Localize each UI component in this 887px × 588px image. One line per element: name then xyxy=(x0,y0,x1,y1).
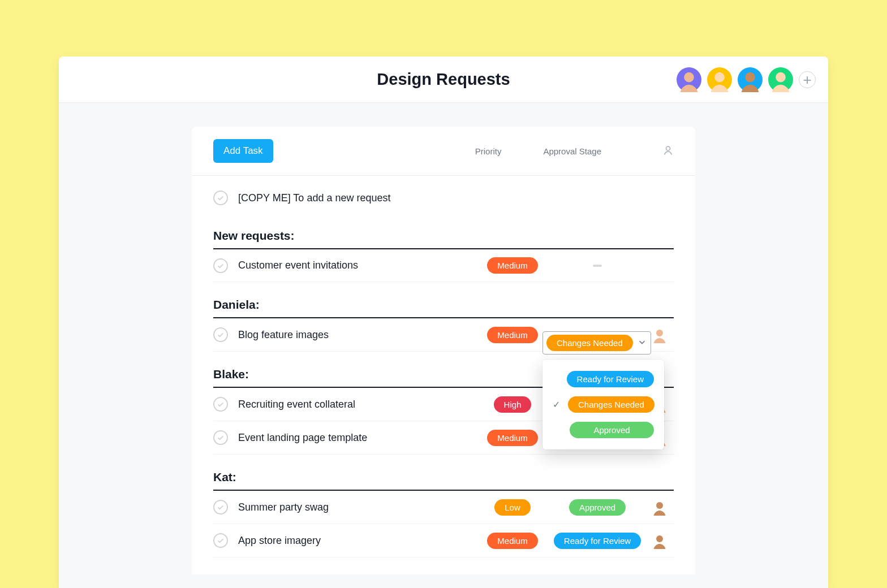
assignee-avatar[interactable] xyxy=(651,499,668,516)
add-task-button[interactable]: Add Task xyxy=(213,139,273,163)
task-name: [COPY ME] To add a new request xyxy=(238,192,674,204)
complete-toggle[interactable] xyxy=(213,430,228,445)
stage-pill: Changes Needed xyxy=(546,335,633,351)
stage-cell[interactable]: Approved xyxy=(549,499,645,516)
dropdown-option[interactable]: Approved xyxy=(542,417,664,443)
dropdown-option[interactable]: ✓ Changes Needed xyxy=(542,392,664,417)
complete-toggle[interactable] xyxy=(213,500,228,514)
dropdown-option[interactable]: Ready for Review xyxy=(542,366,664,392)
member-avatar[interactable] xyxy=(738,67,763,92)
assignee-avatar[interactable] xyxy=(651,326,668,343)
add-member-button[interactable]: + xyxy=(799,71,816,88)
svg-point-1 xyxy=(684,72,694,82)
page-title: Design Requests xyxy=(377,70,510,89)
member-avatar[interactable] xyxy=(707,67,732,92)
chevron-down-icon xyxy=(638,338,646,348)
task-name: Event landing page template xyxy=(238,432,476,444)
priority-pill[interactable]: High xyxy=(494,396,532,413)
member-strip: + xyxy=(677,67,816,92)
complete-toggle[interactable] xyxy=(213,327,228,342)
task-row[interactable]: Summer party swag Low Approved xyxy=(213,491,674,524)
complete-toggle[interactable] xyxy=(213,258,228,273)
priority-pill[interactable]: Low xyxy=(494,499,531,516)
task-name: Customer event invitations xyxy=(238,260,476,271)
section-title: Kat: xyxy=(192,455,695,490)
priority-pill[interactable]: Medium xyxy=(487,327,537,343)
assignee-icon xyxy=(662,145,674,157)
stage-dropdown-trigger[interactable]: Changes Needed xyxy=(542,331,651,354)
empty-stage-icon xyxy=(593,265,602,267)
col-stage: Approval Stage xyxy=(543,146,601,156)
panel-header: Add Task Priority Approval Stage xyxy=(192,127,695,176)
priority-pill[interactable]: Medium xyxy=(487,257,537,274)
member-avatar[interactable] xyxy=(768,67,793,92)
task-name: App store imagery xyxy=(238,535,476,547)
section-title: New requests: xyxy=(192,213,695,248)
panel-content: [COPY ME] To add a new request New reque… xyxy=(192,176,695,574)
task-name: Summer party swag xyxy=(238,501,476,513)
stage-pill[interactable]: Ready for Review xyxy=(554,533,641,549)
svg-point-8 xyxy=(666,146,670,150)
complete-toggle[interactable] xyxy=(213,191,228,205)
check-icon: ✓ xyxy=(553,399,560,410)
stage-pill[interactable]: Approved xyxy=(569,499,626,516)
svg-point-18 xyxy=(656,535,663,542)
svg-point-5 xyxy=(745,72,755,82)
app-window: Design Requests + Add Task Priority Appr… xyxy=(59,57,828,588)
stage-pill: Changes Needed xyxy=(568,396,655,413)
svg-point-7 xyxy=(776,72,786,82)
priority-pill[interactable]: Medium xyxy=(487,533,537,549)
complete-toggle[interactable] xyxy=(213,533,228,548)
task-name: Blog feature images xyxy=(238,329,476,341)
svg-point-10 xyxy=(656,330,663,336)
complete-toggle[interactable] xyxy=(213,397,228,412)
svg-point-16 xyxy=(656,502,663,509)
stage-dropdown-menu: Ready for Review ✓ Changes Needed Approv… xyxy=(542,360,664,449)
assignee-avatar[interactable] xyxy=(651,532,668,549)
task-row[interactable]: [COPY ME] To add a new request xyxy=(192,183,695,213)
task-panel: Add Task Priority Approval Stage [COPY M… xyxy=(192,127,695,574)
priority-pill[interactable]: Medium xyxy=(487,430,537,446)
stage-pill: Ready for Review xyxy=(567,371,654,387)
column-headers: Priority Approval Stage xyxy=(475,145,674,157)
section-title: Daniela: xyxy=(192,282,695,317)
stage-pill: Approved xyxy=(570,422,654,438)
task-row[interactable]: App store imagery Medium Ready for Revie… xyxy=(213,524,674,557)
stage-cell[interactable]: Ready for Review xyxy=(549,533,645,549)
svg-point-3 xyxy=(714,72,725,82)
task-name: Recruiting event collateral xyxy=(238,399,476,410)
titlebar: Design Requests + xyxy=(59,57,828,103)
task-row[interactable]: Customer event invitations Medium xyxy=(213,249,674,282)
col-priority: Priority xyxy=(475,146,502,156)
member-avatar[interactable] xyxy=(677,67,701,92)
stage-cell[interactable] xyxy=(549,265,645,267)
